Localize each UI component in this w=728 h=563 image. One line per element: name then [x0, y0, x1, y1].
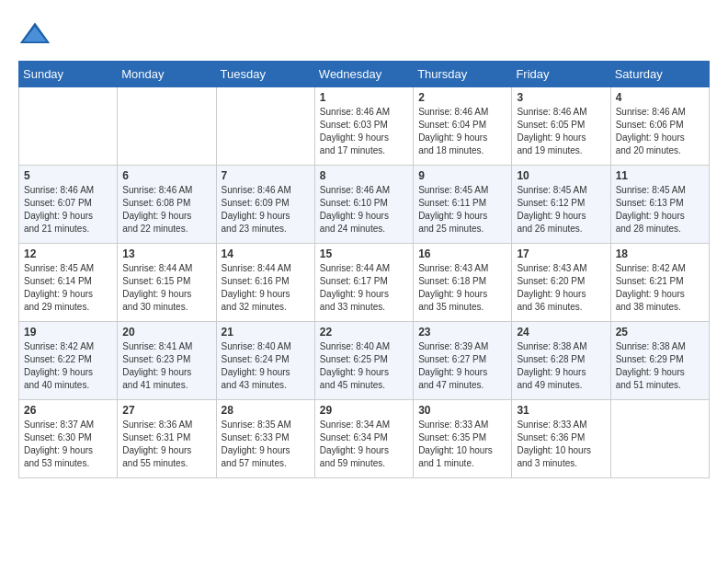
calendar-cell — [118, 87, 216, 166]
week-row-3: 12Sunrise: 8:45 AM Sunset: 6:14 PM Dayli… — [19, 244, 710, 322]
calendar-cell: 14Sunrise: 8:44 AM Sunset: 6:16 PM Dayli… — [216, 244, 314, 322]
day-info: Sunrise: 8:44 AM Sunset: 6:16 PM Dayligh… — [222, 262, 310, 314]
calendar-cell: 13Sunrise: 8:44 AM Sunset: 6:15 PM Dayli… — [118, 244, 216, 322]
day-info: Sunrise: 8:44 AM Sunset: 6:15 PM Dayligh… — [122, 262, 210, 314]
calendar-cell: 9Sunrise: 8:45 AM Sunset: 6:11 PM Daylig… — [414, 166, 512, 244]
day-number: 16 — [418, 247, 506, 260]
day-number: 13 — [122, 247, 210, 260]
day-number: 4 — [616, 91, 704, 104]
calendar-cell: 16Sunrise: 8:43 AM Sunset: 6:18 PM Dayli… — [414, 244, 512, 322]
day-number: 26 — [24, 404, 112, 417]
day-info: Sunrise: 8:45 AM Sunset: 6:14 PM Dayligh… — [24, 262, 112, 314]
calendar-cell: 4Sunrise: 8:46 AM Sunset: 6:06 PM Daylig… — [610, 87, 709, 166]
week-row-4: 19Sunrise: 8:42 AM Sunset: 6:22 PM Dayli… — [19, 322, 710, 400]
calendar-cell: 27Sunrise: 8:36 AM Sunset: 6:31 PM Dayli… — [118, 400, 216, 478]
calendar-cell: 25Sunrise: 8:38 AM Sunset: 6:29 PM Dayli… — [610, 322, 709, 400]
day-number: 10 — [517, 169, 605, 182]
day-number: 15 — [320, 247, 408, 260]
day-number: 7 — [222, 169, 310, 182]
logo-icon — [18, 18, 51, 52]
day-number: 20 — [122, 326, 210, 339]
day-info: Sunrise: 8:45 AM Sunset: 6:11 PM Dayligh… — [418, 184, 506, 236]
day-info: Sunrise: 8:46 AM Sunset: 6:10 PM Dayligh… — [320, 184, 408, 236]
day-number: 8 — [320, 169, 408, 182]
col-header-sunday: Sunday — [19, 62, 118, 87]
day-info: Sunrise: 8:33 AM Sunset: 6:36 PM Dayligh… — [517, 419, 605, 470]
day-info: Sunrise: 8:40 AM Sunset: 6:24 PM Dayligh… — [222, 340, 310, 392]
day-number: 21 — [222, 326, 310, 339]
calendar-cell: 12Sunrise: 8:45 AM Sunset: 6:14 PM Dayli… — [19, 244, 118, 322]
week-row-5: 26Sunrise: 8:37 AM Sunset: 6:30 PM Dayli… — [19, 400, 710, 478]
col-header-monday: Monday — [118, 62, 216, 87]
calendar-cell: 26Sunrise: 8:37 AM Sunset: 6:30 PM Dayli… — [19, 400, 118, 478]
calendar-cell: 21Sunrise: 8:40 AM Sunset: 6:24 PM Dayli… — [216, 322, 314, 400]
day-number: 30 — [418, 404, 506, 417]
day-info: Sunrise: 8:46 AM Sunset: 6:09 PM Dayligh… — [222, 184, 310, 236]
calendar-cell — [19, 87, 118, 166]
calendar-cell: 1Sunrise: 8:46 AM Sunset: 6:03 PM Daylig… — [314, 87, 413, 166]
day-number: 27 — [122, 404, 210, 417]
calendar-table: SundayMondayTuesdayWednesdayThursdayFrid… — [18, 61, 710, 478]
page-header — [18, 18, 710, 52]
calendar-cell: 19Sunrise: 8:42 AM Sunset: 6:22 PM Dayli… — [19, 322, 118, 400]
day-number: 6 — [122, 169, 210, 182]
calendar-cell: 31Sunrise: 8:33 AM Sunset: 6:36 PM Dayli… — [512, 400, 610, 478]
day-number: 12 — [24, 247, 112, 260]
calendar-cell — [216, 87, 314, 166]
day-number: 14 — [222, 247, 310, 260]
day-number: 1 — [320, 91, 408, 104]
logo — [18, 18, 55, 52]
col-header-thursday: Thursday — [414, 62, 512, 87]
calendar-cell: 28Sunrise: 8:35 AM Sunset: 6:33 PM Dayli… — [216, 400, 314, 478]
day-number: 22 — [320, 326, 408, 339]
calendar-cell: 18Sunrise: 8:42 AM Sunset: 6:21 PM Dayli… — [610, 244, 709, 322]
week-row-1: 1Sunrise: 8:46 AM Sunset: 6:03 PM Daylig… — [19, 87, 710, 166]
calendar-cell: 2Sunrise: 8:46 AM Sunset: 6:04 PM Daylig… — [414, 87, 512, 166]
day-info: Sunrise: 8:33 AM Sunset: 6:35 PM Dayligh… — [418, 419, 506, 470]
day-info: Sunrise: 8:41 AM Sunset: 6:23 PM Dayligh… — [122, 340, 210, 392]
calendar-header-row: SundayMondayTuesdayWednesdayThursdayFrid… — [19, 62, 710, 87]
calendar-cell: 3Sunrise: 8:46 AM Sunset: 6:05 PM Daylig… — [512, 87, 610, 166]
col-header-saturday: Saturday — [610, 62, 709, 87]
calendar-cell: 22Sunrise: 8:40 AM Sunset: 6:25 PM Dayli… — [314, 322, 413, 400]
day-info: Sunrise: 8:42 AM Sunset: 6:22 PM Dayligh… — [24, 340, 112, 392]
calendar-cell: 15Sunrise: 8:44 AM Sunset: 6:17 PM Dayli… — [314, 244, 413, 322]
calendar-cell: 11Sunrise: 8:45 AM Sunset: 6:13 PM Dayli… — [610, 166, 709, 244]
day-info: Sunrise: 8:43 AM Sunset: 6:20 PM Dayligh… — [517, 262, 605, 314]
day-info: Sunrise: 8:46 AM Sunset: 6:04 PM Dayligh… — [418, 106, 506, 157]
day-number: 25 — [616, 326, 704, 339]
day-info: Sunrise: 8:37 AM Sunset: 6:30 PM Dayligh… — [24, 419, 112, 470]
day-number: 29 — [320, 404, 408, 417]
day-number: 31 — [517, 404, 605, 417]
day-info: Sunrise: 8:38 AM Sunset: 6:29 PM Dayligh… — [616, 340, 704, 392]
calendar-cell: 6Sunrise: 8:46 AM Sunset: 6:08 PM Daylig… — [118, 166, 216, 244]
day-info: Sunrise: 8:45 AM Sunset: 6:12 PM Dayligh… — [517, 184, 605, 236]
calendar-cell: 17Sunrise: 8:43 AM Sunset: 6:20 PM Dayli… — [512, 244, 610, 322]
calendar-cell — [610, 400, 709, 478]
day-number: 5 — [24, 169, 112, 182]
day-info: Sunrise: 8:38 AM Sunset: 6:28 PM Dayligh… — [517, 340, 605, 392]
day-number: 3 — [517, 91, 605, 104]
col-header-friday: Friday — [512, 62, 610, 87]
day-info: Sunrise: 8:39 AM Sunset: 6:27 PM Dayligh… — [418, 340, 506, 392]
week-row-2: 5Sunrise: 8:46 AM Sunset: 6:07 PM Daylig… — [19, 166, 710, 244]
calendar-cell: 23Sunrise: 8:39 AM Sunset: 6:27 PM Dayli… — [414, 322, 512, 400]
calendar-cell: 30Sunrise: 8:33 AM Sunset: 6:35 PM Dayli… — [414, 400, 512, 478]
day-number: 9 — [418, 169, 506, 182]
day-info: Sunrise: 8:44 AM Sunset: 6:17 PM Dayligh… — [320, 262, 408, 314]
calendar-cell: 24Sunrise: 8:38 AM Sunset: 6:28 PM Dayli… — [512, 322, 610, 400]
day-info: Sunrise: 8:46 AM Sunset: 6:08 PM Dayligh… — [122, 184, 210, 236]
calendar-cell: 10Sunrise: 8:45 AM Sunset: 6:12 PM Dayli… — [512, 166, 610, 244]
day-number: 23 — [418, 326, 506, 339]
day-info: Sunrise: 8:46 AM Sunset: 6:06 PM Dayligh… — [616, 106, 704, 157]
calendar-cell: 8Sunrise: 8:46 AM Sunset: 6:10 PM Daylig… — [314, 166, 413, 244]
day-number: 24 — [517, 326, 605, 339]
day-info: Sunrise: 8:45 AM Sunset: 6:13 PM Dayligh… — [616, 184, 704, 236]
col-header-wednesday: Wednesday — [314, 62, 413, 87]
calendar-cell: 20Sunrise: 8:41 AM Sunset: 6:23 PM Dayli… — [118, 322, 216, 400]
day-number: 11 — [616, 169, 704, 182]
calendar-cell: 5Sunrise: 8:46 AM Sunset: 6:07 PM Daylig… — [19, 166, 118, 244]
day-number: 19 — [24, 326, 112, 339]
calendar-cell: 29Sunrise: 8:34 AM Sunset: 6:34 PM Dayli… — [314, 400, 413, 478]
day-info: Sunrise: 8:46 AM Sunset: 6:07 PM Dayligh… — [24, 184, 112, 236]
